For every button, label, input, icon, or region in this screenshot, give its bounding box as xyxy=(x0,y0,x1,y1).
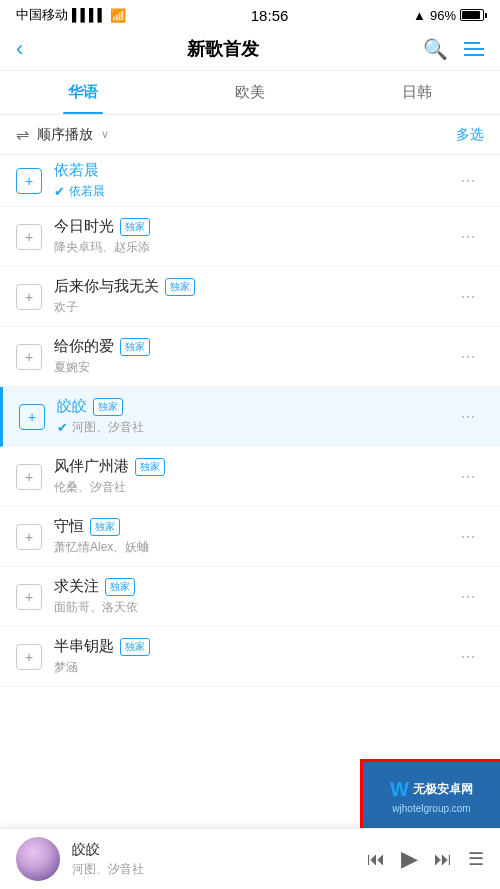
battery-fill xyxy=(462,11,480,19)
more-button[interactable]: ··· xyxy=(452,221,484,253)
status-bar: 中国移动 ▌▌▌▌ 📶 18:56 ▲ 96% xyxy=(0,0,500,28)
add-icon: + xyxy=(25,173,33,189)
more-button[interactable]: ··· xyxy=(452,401,484,433)
add-button[interactable]: + xyxy=(16,584,42,610)
battery-text: 96% xyxy=(430,8,456,23)
signal-icon: ▌▌▌▌ xyxy=(72,8,106,22)
song-title-row: 求关注 独家 xyxy=(54,577,452,596)
verified-icon: ✔ xyxy=(57,420,68,435)
player-artist-name: 河图、汐音社 xyxy=(72,861,355,878)
tab-japanese[interactable]: 日韩 xyxy=(333,71,500,114)
exclusive-badge: 独家 xyxy=(105,578,135,596)
song-item[interactable]: + 给你的爱 独家 夏婉安 ··· xyxy=(0,327,500,387)
exclusive-badge: 独家 xyxy=(120,338,150,356)
song-info: 皎皎 独家 ✔ 河图、汐音社 xyxy=(57,397,452,436)
song-title: 守恒 xyxy=(54,517,84,536)
add-button[interactable]: + xyxy=(16,284,42,310)
more-button[interactable]: ··· xyxy=(452,341,484,373)
song-title-row: 后来你与我无关 独家 xyxy=(54,277,452,296)
menu-line-2 xyxy=(464,48,484,50)
player-avatar[interactable] xyxy=(16,837,60,881)
song-title: 给你的爱 xyxy=(54,337,114,356)
song-item[interactable]: + 今日时光 独家 降央卓玛、赵乐添 ··· xyxy=(0,207,500,267)
song-title: 依若晨 xyxy=(54,161,99,180)
avatar-image xyxy=(16,837,60,881)
song-artist: ✔ 依若晨 xyxy=(54,183,452,200)
song-info: 守恒 独家 萧忆情Alex、妖蛐 xyxy=(54,517,452,556)
back-button[interactable]: ‹ xyxy=(16,36,23,62)
song-item[interactable]: + 依若晨 ✔ 依若晨 ··· xyxy=(0,155,500,207)
tab-bar: 华语 欧美 日韩 xyxy=(0,71,500,115)
sort-arrow: ∨ xyxy=(101,128,109,141)
battery-icon xyxy=(460,9,484,21)
song-item[interactable]: + 半串钥匙 独家 梦涵 ··· xyxy=(0,627,500,687)
song-info: 后来你与我无关 独家 欢子 xyxy=(54,277,452,316)
song-item[interactable]: + 求关注 独家 面筋哥、洛天依 ··· xyxy=(0,567,500,627)
tab-western[interactable]: 欧美 xyxy=(167,71,334,114)
song-title-row: 风伴广州港 独家 xyxy=(54,457,452,476)
add-button[interactable]: + xyxy=(16,344,42,370)
song-info: 风伴广州港 独家 伦桑、汐音社 xyxy=(54,457,452,496)
song-title: 皎皎 xyxy=(57,397,87,416)
add-button[interactable]: + xyxy=(16,644,42,670)
add-icon: + xyxy=(25,349,33,365)
player-bar: 皎皎 河图、汐音社 ⏮ ▶ ⏭ ☰ xyxy=(0,828,500,889)
song-item[interactable]: + 后来你与我无关 独家 欢子 ··· xyxy=(0,267,500,327)
watermark-text: 无极安卓网 xyxy=(413,781,473,798)
sort-control[interactable]: ⇌ 顺序播放 ∨ xyxy=(16,125,109,144)
add-button[interactable]: + xyxy=(16,224,42,250)
status-right: ▲ 96% xyxy=(413,8,484,23)
song-title: 求关注 xyxy=(54,577,99,596)
song-item[interactable]: + 守恒 独家 萧忆情Alex、妖蛐 ··· xyxy=(0,507,500,567)
playlist-button[interactable]: ☰ xyxy=(468,848,484,870)
more-button[interactable]: ··· xyxy=(452,641,484,673)
watermark-logo: W 无极安卓网 xyxy=(390,778,473,801)
more-button[interactable]: ··· xyxy=(452,165,484,197)
add-button[interactable]: + xyxy=(16,168,42,194)
multi-select-button[interactable]: 多选 xyxy=(456,126,484,144)
add-icon: + xyxy=(25,469,33,485)
song-artist: 伦桑、汐音社 xyxy=(54,479,452,496)
add-button[interactable]: + xyxy=(16,464,42,490)
song-title-row: 半串钥匙 独家 xyxy=(54,637,452,656)
song-title: 今日时光 xyxy=(54,217,114,236)
more-button[interactable]: ··· xyxy=(452,461,484,493)
player-controls: ⏮ ▶ ⏭ ☰ xyxy=(367,846,484,872)
add-icon: + xyxy=(28,409,36,425)
add-button[interactable]: + xyxy=(19,404,45,430)
song-title-row: 皎皎 独家 xyxy=(57,397,452,416)
search-icon[interactable]: 🔍 xyxy=(423,37,448,61)
add-icon: + xyxy=(25,289,33,305)
exclusive-badge: 独家 xyxy=(135,458,165,476)
exclusive-badge: 独家 xyxy=(93,398,123,416)
song-title: 风伴广州港 xyxy=(54,457,129,476)
more-button[interactable]: ··· xyxy=(452,581,484,613)
more-button[interactable]: ··· xyxy=(452,281,484,313)
watermark: W 无极安卓网 wjhotelgroup.com xyxy=(360,759,500,829)
menu-line-1 xyxy=(464,42,480,44)
song-artist: 萧忆情Alex、妖蛐 xyxy=(54,539,452,556)
song-artist: ✔ 河图、汐音社 xyxy=(57,419,452,436)
song-artist: 降央卓玛、赵乐添 xyxy=(54,239,452,256)
add-icon: + xyxy=(25,529,33,545)
carrier-text: 中国移动 xyxy=(16,6,68,24)
tab-chinese[interactable]: 华语 xyxy=(0,71,167,114)
nav-icons: 🔍 xyxy=(423,37,484,61)
prev-button[interactable]: ⏮ xyxy=(367,849,385,870)
song-item[interactable]: + 风伴广州港 独家 伦桑、汐音社 ··· xyxy=(0,447,500,507)
sort-icon: ⇌ xyxy=(16,125,29,144)
song-title-row: 给你的爱 独家 xyxy=(54,337,452,356)
menu-button[interactable] xyxy=(464,42,484,56)
song-item-highlighted[interactable]: + 皎皎 独家 ✔ 河图、汐音社 ··· xyxy=(0,387,500,447)
watermark-url: wjhotelgroup.com xyxy=(392,803,470,814)
song-title-row: 依若晨 xyxy=(54,161,452,180)
more-button[interactable]: ··· xyxy=(452,521,484,553)
exclusive-badge: 独家 xyxy=(120,638,150,656)
add-button[interactable]: + xyxy=(16,524,42,550)
play-button[interactable]: ▶ xyxy=(401,846,418,872)
song-artist: 夏婉安 xyxy=(54,359,452,376)
nav-bar: ‹ 新歌首发 🔍 xyxy=(0,28,500,71)
next-button[interactable]: ⏭ xyxy=(434,849,452,870)
verified-icon: ✔ xyxy=(54,184,65,199)
song-info: 依若晨 ✔ 依若晨 xyxy=(54,161,452,200)
